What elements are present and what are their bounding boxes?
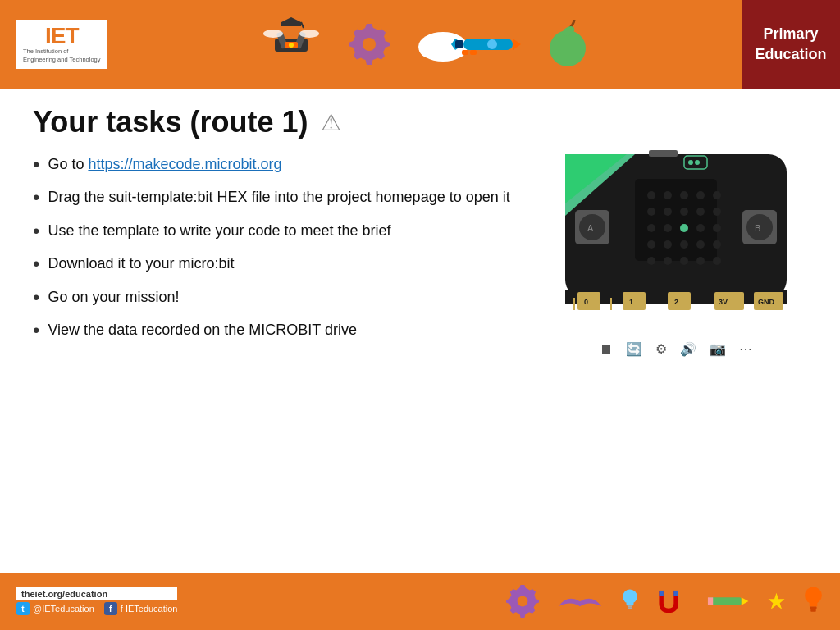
microbit-device-svg: A B 0 1 2 3V (557, 146, 795, 335)
svg-point-54 (695, 160, 700, 165)
svg-point-49 (680, 257, 688, 265)
footer-gear-icon (506, 585, 539, 618)
iet-logo: IET The Institution ofEngineering and Te… (16, 20, 107, 69)
task-4-text: Download it to your micro:bit (48, 253, 234, 274)
footer-lightbulb-icon (803, 585, 824, 618)
drone-icon (258, 16, 324, 73)
screenshot-icon: 📷 (710, 341, 726, 357)
footer-bulb-icon (621, 587, 639, 616)
svg-point-48 (664, 257, 672, 265)
bullet-1: • (33, 154, 39, 176)
task-6-text: View the data recorded on the MICROBIT d… (48, 320, 357, 340)
page-title-row: Your tasks (route 1) ⚠ (33, 105, 807, 139)
svg-point-45 (696, 240, 705, 249)
bullet-3: • (33, 221, 39, 242)
page-title: Your tasks (route 1) (33, 105, 308, 139)
svg-rect-82 (659, 590, 663, 595)
task-3-text: Use the template to write your code to m… (48, 221, 390, 241)
footer-star-icon (766, 591, 787, 612)
volume-icon: 🔊 (680, 341, 696, 357)
makecode-link[interactable]: https://makecode.microbit.org (88, 156, 281, 172)
svg-point-50 (696, 257, 705, 265)
footer-decorative-icons (506, 585, 824, 618)
svg-text:1: 1 (629, 298, 633, 306)
svg-rect-81 (628, 607, 632, 609)
task-2-text: Drag the suit-template:bit HEX file into… (48, 187, 509, 208)
stop-icon: ⏹ (600, 342, 613, 357)
footer-left: theiet.org/education t @IETeducation f f… (16, 587, 177, 615)
svg-point-4 (299, 30, 319, 38)
svg-line-9 (301, 22, 304, 28)
page-footer: theiet.org/education t @IETeducation f f… (0, 573, 840, 630)
iet-logo-box: IET The Institution ofEngineering and Te… (16, 20, 107, 69)
list-item: • Go on your mission! (33, 287, 528, 308)
bullet-5: • (33, 287, 39, 308)
refresh-icon: 🔄 (626, 341, 642, 357)
svg-point-78 (623, 589, 637, 604)
header-decorative-icons (107, 16, 742, 73)
badge-primary: Primary (763, 24, 818, 44)
page-header: IET The Institution ofEngineering and Te… (0, 0, 840, 89)
svg-point-29 (680, 191, 688, 199)
list-item: • View the data recorded on the MICROBIT… (33, 320, 528, 341)
svg-rect-62 (573, 298, 575, 310)
svg-point-33 (664, 208, 672, 216)
svg-point-36 (713, 208, 721, 216)
svg-marker-14 (513, 39, 521, 50)
microbit-image-area: A B 0 1 2 3V (545, 146, 807, 564)
facebook-handle: f IETeducation (121, 604, 178, 614)
svg-point-27 (647, 191, 655, 199)
svg-rect-66 (578, 292, 600, 310)
footer-bird-icon (555, 587, 605, 616)
svg-rect-83 (673, 590, 678, 595)
svg-rect-89 (810, 603, 818, 607)
bullet-2: • (33, 187, 39, 208)
footer-website: theiet.org/education (16, 587, 177, 600)
svg-text:0: 0 (584, 298, 588, 306)
footer-magnet-icon (655, 587, 688, 616)
svg-point-40 (696, 224, 705, 232)
gear-icon (349, 24, 390, 65)
svg-rect-80 (628, 605, 632, 607)
twitter-item: t @IETeducation (16, 602, 94, 615)
svg-point-51 (713, 257, 721, 265)
svg-point-39 (680, 224, 688, 232)
rocket-icon (447, 22, 521, 67)
svg-point-34 (680, 208, 688, 216)
iet-abbreviation: IET (45, 25, 79, 48)
svg-marker-87 (769, 592, 785, 609)
svg-rect-79 (627, 602, 634, 605)
svg-point-28 (664, 191, 672, 199)
svg-rect-7 (281, 22, 301, 26)
badge-education: Education (755, 44, 826, 65)
svg-point-44 (680, 240, 688, 249)
facebook-icon: f (104, 602, 117, 615)
header-logo-area: IET The Institution ofEngineering and Te… (16, 20, 107, 69)
svg-point-31 (713, 191, 721, 199)
facebook-item: f f IETeducation (104, 602, 178, 615)
svg-point-30 (696, 191, 705, 199)
svg-marker-8 (281, 17, 301, 22)
svg-rect-67 (623, 292, 646, 310)
footer-pencil-icon (705, 592, 750, 610)
svg-point-77 (518, 596, 528, 607)
svg-marker-85 (742, 597, 749, 605)
svg-text:B: B (755, 223, 760, 233)
twitter-icon: t (16, 602, 30, 615)
svg-rect-17 (455, 40, 463, 48)
svg-text:2: 2 (674, 298, 678, 306)
task-1-text: Go to https://makecode.microbit.org (48, 154, 281, 175)
apple-icon (546, 20, 591, 69)
svg-point-88 (805, 587, 822, 604)
list-item: • Download it to your micro:bit (33, 253, 528, 275)
iet-org-name: The Institution ofEngineering and Techno… (23, 48, 101, 64)
warning-icon: ⚠ (321, 109, 341, 136)
list-item: • Drag the suit-template:bit HEX file in… (33, 187, 528, 208)
svg-point-38 (664, 224, 672, 232)
settings-icon: ⚙ (655, 341, 667, 357)
svg-rect-91 (810, 609, 815, 612)
svg-point-32 (647, 208, 655, 216)
svg-point-41 (713, 224, 721, 232)
svg-rect-65 (610, 298, 612, 310)
more-icon: ⋯ (739, 341, 752, 357)
